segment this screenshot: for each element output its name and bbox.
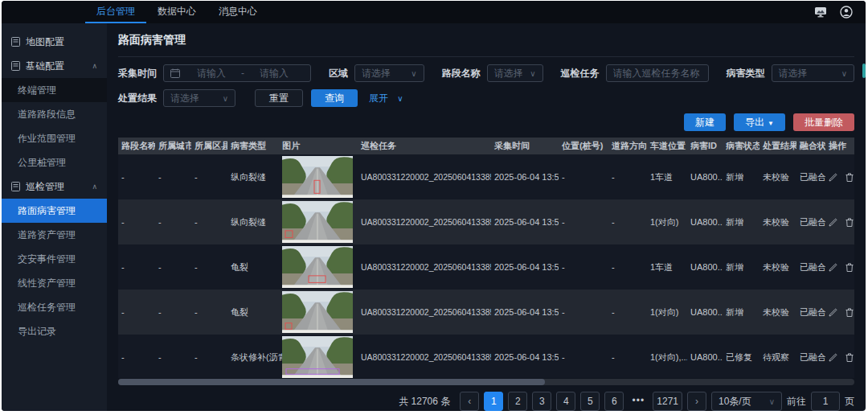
vertical-scrollbar-thumb[interactable] xyxy=(862,64,866,78)
damage-photo-thumbnail[interactable] xyxy=(279,201,358,243)
cell-type: 纵向裂缝 xyxy=(227,171,279,183)
cell-lane: 1车道 xyxy=(647,261,687,273)
cell-damage_id: UA800... xyxy=(687,307,723,317)
calendar-icon xyxy=(170,68,180,78)
table-row[interactable]: ---条状修补(沥青)UA800331220002_20250604133852… xyxy=(118,335,854,378)
topbar-tab[interactable]: 数据中心 xyxy=(146,1,207,23)
query-button[interactable]: 查询 xyxy=(311,89,358,107)
chevron-down-icon: ∨ xyxy=(530,69,535,78)
chevron-down-icon: ∨ xyxy=(769,397,775,406)
table-header: 路段名称所属城市所属区县病害类型图片巡检任务采集时间位置(桩号)道路方向车道位置… xyxy=(118,138,854,154)
sidebar-item-label: 交安事件管理 xyxy=(18,253,76,266)
table-body: ---纵向裂缝UA800331220002_202506041338520592… xyxy=(118,154,854,378)
cell-fusion: 已融合 xyxy=(796,351,825,364)
task-name-input[interactable] xyxy=(606,64,709,82)
page-ellipsis[interactable]: ••• xyxy=(628,392,648,411)
sidebar-item[interactable]: 路面病害管理 xyxy=(2,199,107,223)
sidebar-item[interactable]: 导出记录 xyxy=(2,319,107,343)
doc-icon xyxy=(11,61,20,71)
prev-page-button[interactable]: ‹ xyxy=(460,392,479,411)
edit-icon[interactable] xyxy=(829,218,837,227)
page-title: 路面病害管理 xyxy=(118,27,854,57)
sidebar-item[interactable]: 巡检任务管理 xyxy=(2,295,107,319)
page-number-button[interactable]: 3 xyxy=(532,392,551,411)
start-date-input[interactable] xyxy=(182,68,241,79)
table-row[interactable]: ---龟裂UA800331220002_20250604133852059202… xyxy=(118,290,854,335)
goto-page-input[interactable] xyxy=(811,392,840,411)
page-number-button[interactable]: 4 xyxy=(556,392,575,411)
delete-icon[interactable] xyxy=(845,218,854,227)
cell-road: - xyxy=(118,352,155,362)
sidebar-item[interactable]: 公里桩管理 xyxy=(2,150,107,175)
cell-position: - xyxy=(559,352,608,362)
cell-position: - xyxy=(559,307,608,317)
sidebar-item[interactable]: 道路路段信息 xyxy=(2,102,107,126)
page-number-button[interactable]: 5 xyxy=(580,392,600,411)
edit-icon[interactable] xyxy=(829,263,837,272)
collect-time-range-picker[interactable]: - xyxy=(163,64,311,82)
cell-lane: 1(对向),... xyxy=(647,351,687,364)
edit-icon[interactable] xyxy=(829,308,837,317)
create-button[interactable]: 新建 xyxy=(684,113,726,131)
road-name-select[interactable]: 请选择 ∨ xyxy=(487,64,543,82)
sidebar-item[interactable]: 地图配置 xyxy=(2,30,107,54)
cell-position: - xyxy=(559,217,608,227)
damage-photo-thumbnail[interactable] xyxy=(279,246,358,288)
sidebar-item[interactable]: 基础配置∧ xyxy=(2,54,107,78)
sidebar-item[interactable]: 道路资产管理 xyxy=(2,223,107,247)
next-page-button[interactable]: › xyxy=(687,392,706,411)
page-size-select[interactable]: 10条/页 ∨ xyxy=(711,392,782,411)
column-header: 图片 xyxy=(279,140,358,152)
table-row[interactable]: ---纵向裂缝UA800331220002_202506041338520592… xyxy=(118,154,854,199)
cell-lane: 1车道 xyxy=(647,171,687,183)
edit-icon[interactable] xyxy=(829,173,837,182)
horizontal-scrollbar-thumb[interactable] xyxy=(118,379,545,385)
column-header: 融合状态 xyxy=(796,140,825,152)
sidebar-item[interactable]: 交安事件管理 xyxy=(2,247,107,271)
goto-suffix: 页 xyxy=(845,395,854,409)
delete-icon[interactable] xyxy=(845,353,854,362)
damage-photo-thumbnail[interactable] xyxy=(279,336,358,378)
export-button[interactable]: 导出▼ xyxy=(734,113,785,131)
sidebar-item[interactable]: 终端管理 xyxy=(2,78,107,102)
delete-icon[interactable] xyxy=(845,173,854,182)
region-select[interactable]: 请选择 ∨ xyxy=(354,64,424,82)
row-actions xyxy=(825,353,854,362)
expand-filters-link[interactable]: 展开 ∨ xyxy=(369,92,403,105)
result-select[interactable]: 请选择 ∨ xyxy=(163,89,235,107)
cell-city: - xyxy=(155,172,191,182)
page-number-button[interactable]: 6 xyxy=(604,392,624,411)
screen-share-icon[interactable] xyxy=(814,6,827,18)
delete-icon[interactable] xyxy=(845,308,854,317)
reset-button[interactable]: 重置 xyxy=(255,89,303,107)
damage-photo-thumbnail[interactable] xyxy=(279,291,358,333)
last-page-button[interactable]: 1271 xyxy=(653,392,682,411)
damage-type-select[interactable]: 请选择 ∨ xyxy=(772,64,854,82)
cell-direction: - xyxy=(608,262,647,272)
doc-icon xyxy=(11,37,20,47)
cell-task: UA800331220002_20250604133852059 xyxy=(358,352,491,362)
damage-photo-thumbnail[interactable] xyxy=(279,156,358,198)
cell-result: 未校验 xyxy=(760,216,796,228)
filter-label-task: 巡检任务 xyxy=(561,67,600,80)
column-header: 巡检任务 xyxy=(358,140,491,152)
cell-type: 龟裂 xyxy=(227,306,279,318)
topbar-tab[interactable]: 后台管理 xyxy=(85,1,146,23)
cell-damage_id: UA800... xyxy=(687,172,723,182)
sidebar-item[interactable]: 巡检管理∧ xyxy=(2,175,107,199)
batch-delete-button[interactable]: 批量删除 xyxy=(793,113,854,131)
doc-icon xyxy=(11,182,20,191)
horizontal-scrollbar[interactable] xyxy=(118,379,854,385)
page-number-button[interactable]: 1 xyxy=(484,392,503,411)
user-avatar-icon[interactable] xyxy=(840,6,853,18)
topbar-tab[interactable]: 消息中心 xyxy=(207,1,268,23)
table-row[interactable]: ---龟裂UA800331220002_20250604133852059202… xyxy=(118,244,854,290)
sidebar-item[interactable]: 作业范围管理 xyxy=(2,126,107,150)
end-date-input[interactable] xyxy=(244,68,304,79)
page-number-button[interactable]: 2 xyxy=(508,392,527,411)
cell-status: 新增 xyxy=(723,261,760,273)
table-row[interactable]: ---纵向裂缝UA800331220002_202506041338520592… xyxy=(118,199,854,244)
edit-icon[interactable] xyxy=(829,353,837,362)
delete-icon[interactable] xyxy=(845,263,854,272)
sidebar-item[interactable]: 线性资产管理 xyxy=(2,271,107,295)
